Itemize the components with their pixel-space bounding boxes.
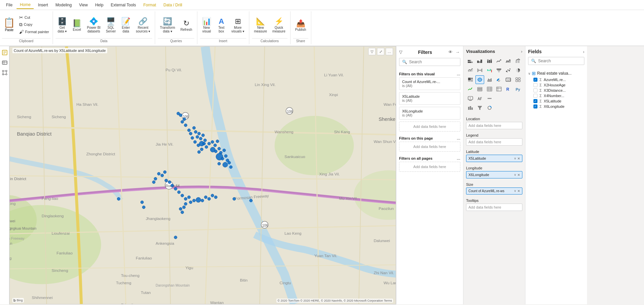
menu-home[interactable]: Home <box>16 1 34 9</box>
menu-format[interactable]: Format <box>140 1 159 9</box>
filters-on-page-dots[interactable]: … <box>457 136 460 140</box>
viz-gauge-icon[interactable] <box>495 75 503 84</box>
transform-data-button[interactable]: 🔄 Transformdata ▾ <box>158 17 177 34</box>
field-item-x3distance[interactable]: Σ X3Distance... <box>528 88 584 93</box>
get-data-button[interactable]: 🗄️ Getdata ▾ <box>56 17 69 34</box>
enter-data-button[interactable]: 📝 Enterdata <box>119 17 133 34</box>
viz-size-chevron[interactable]: ∨ <box>514 189 516 193</box>
field-item-x4number[interactable]: Σ X4Number... <box>528 93 584 98</box>
viz-ribbon-chart-icon[interactable] <box>475 66 484 75</box>
viz-matrix-icon[interactable] <box>495 85 503 93</box>
viz-qna-icon[interactable]: ? <box>466 94 475 103</box>
viz-kpi-icon[interactable] <box>466 85 475 93</box>
format-painter-button[interactable]: 🖌 Format painter <box>18 28 51 35</box>
filters-on-all-pages-dots[interactable]: … <box>457 156 460 160</box>
azureml-checkbox[interactable]: ✓ <box>533 78 537 82</box>
field-item-azureml[interactable]: ✓ Σ AzureML.re... <box>528 77 584 82</box>
field-group-header[interactable]: ∨ ⊞ Real estate valua... <box>528 70 584 77</box>
viz-filled-map-icon[interactable] <box>485 75 494 84</box>
recent-sources-button[interactable]: 🔗 Recentsources ▾ <box>134 17 152 34</box>
x2housage-checkbox[interactable] <box>533 83 537 87</box>
menu-help[interactable]: Help <box>92 1 107 9</box>
menu-external-tools[interactable]: External Tools <box>108 1 139 9</box>
field-item-x6longitude[interactable]: ✓ Σ X6Longitude <box>528 104 584 109</box>
filters-all-pages-add-fields[interactable]: Add data fields here <box>399 162 460 172</box>
cut-button[interactable]: ✂ Cut <box>18 14 51 21</box>
viz-stacked-column-icon[interactable] <box>485 57 494 65</box>
viz-clustered-bar-icon[interactable] <box>475 57 484 65</box>
viz-scatter-icon[interactable] <box>504 66 513 75</box>
filters-eye-icon[interactable]: 👁 <box>448 49 453 55</box>
viz-tooltips-field[interactable]: Add data fields here <box>466 204 522 211</box>
viz-filter-pane-icon[interactable] <box>475 103 484 112</box>
new-measure-button[interactable]: 📐 Newmeasure <box>252 17 269 34</box>
x6longitude-checkbox[interactable]: ✓ <box>533 104 537 108</box>
viz-map-icon[interactable] <box>475 75 484 84</box>
quick-measure-button[interactable]: ⚡ Quickmeasure <box>270 17 287 34</box>
menu-modeling[interactable]: Modeling <box>52 1 75 9</box>
map-focus-button[interactable]: ⤢ <box>377 48 384 55</box>
filters-visual-add-fields[interactable]: Add data fields here <box>399 122 460 132</box>
text-box-button[interactable]: A Textbox <box>215 17 228 34</box>
sidebar-report-icon[interactable] <box>1 49 8 56</box>
viz-pie-icon[interactable] <box>514 66 522 75</box>
viz-latitude-remove[interactable]: ✕ <box>517 157 520 160</box>
x4number-checkbox[interactable] <box>533 94 537 98</box>
viz-legend-field[interactable]: Add data fields here <box>466 138 522 146</box>
viz-multi-card-icon[interactable] <box>514 75 522 84</box>
viz-line-area-icon[interactable] <box>466 66 475 75</box>
refresh-button[interactable]: ↻ Refresh <box>179 19 194 32</box>
filters-on-visual-dots[interactable]: … <box>457 72 460 76</box>
menu-file[interactable]: File <box>3 1 16 9</box>
paste-button[interactable]: 📋 Paste <box>2 16 16 33</box>
fields-search-box[interactable]: 🔍 <box>528 57 584 65</box>
x5latitude-checkbox[interactable]: ✓ <box>533 99 537 103</box>
map-filter-button[interactable]: ▽ <box>368 48 376 55</box>
viz-latitude-chevron[interactable]: ∨ <box>514 157 516 160</box>
x3distance-checkbox[interactable] <box>533 88 537 92</box>
viz-longitude-chevron[interactable]: ∨ <box>514 173 516 177</box>
fields-search-input[interactable] <box>538 59 581 63</box>
viz-card-icon[interactable]: 123 <box>504 75 513 84</box>
menu-insert[interactable]: Insert <box>35 1 51 9</box>
viz-stacked-bar-icon[interactable] <box>466 57 475 65</box>
viz-more-icon[interactable] <box>485 94 494 103</box>
filters-page-add-fields[interactable]: Add data fields here <box>399 142 460 152</box>
viz-analytics-icon[interactable] <box>485 103 494 112</box>
field-item-x2housage[interactable]: Σ X2HouseAge <box>528 82 584 88</box>
excel-button[interactable]: 📗 Excel <box>70 19 84 32</box>
sql-server-button[interactable]: 🖥️ SQLServer <box>104 17 118 34</box>
viz-build-icon[interactable] <box>466 103 475 112</box>
viz-longitude-remove[interactable]: ✕ <box>517 173 520 177</box>
copy-button[interactable]: ⧉ Copy <box>18 21 51 28</box>
filters-arrow-icon[interactable]: → <box>455 49 460 55</box>
viz-latitude-field[interactable]: X5Latitude ∨ ✕ <box>466 155 522 162</box>
viz-longitude-field[interactable]: X6Longitude ∨ ✕ <box>466 171 522 178</box>
sidebar-model-icon[interactable] <box>1 69 8 76</box>
menu-view[interactable]: View <box>76 1 91 9</box>
new-visual-button[interactable]: 📊 Newvisual <box>200 17 213 34</box>
filters-search-input[interactable] <box>409 60 457 64</box>
viz-python-icon[interactable]: Py <box>514 85 522 93</box>
fields-expand-icon[interactable]: › <box>583 49 584 54</box>
viz-arrow-icon[interactable]: › <box>521 49 522 54</box>
map-more-button[interactable]: … <box>386 48 393 55</box>
more-visuals-button[interactable]: ⊞ Morevisuals ▾ <box>230 17 246 34</box>
viz-r-visual-icon[interactable]: R <box>504 85 513 93</box>
map-container[interactable]: Count of AzureML.re-ws by X5Latitude and… <box>9 46 396 304</box>
viz-size-field[interactable]: Count of AzureML.re-ws ∨ ✕ <box>466 187 522 195</box>
viz-line-cluster-icon[interactable] <box>514 57 522 65</box>
publish-button[interactable]: 📤 Publish <box>293 19 308 32</box>
viz-size-remove[interactable]: ✕ <box>517 189 520 193</box>
filters-search-box[interactable]: 🔍 <box>399 58 460 66</box>
field-item-x5latitude[interactable]: ✓ Σ X5Latitude <box>528 98 584 104</box>
viz-format-icon[interactable] <box>475 94 484 103</box>
sidebar-data-icon[interactable] <box>1 59 8 66</box>
viz-area-chart-icon[interactable] <box>504 57 513 65</box>
viz-location-field[interactable]: Add data fields here <box>466 122 522 129</box>
viz-line-chart-icon[interactable] <box>495 57 503 65</box>
viz-treemap-icon[interactable] <box>466 75 475 84</box>
viz-table-icon[interactable] <box>485 85 494 93</box>
menu-data-drill[interactable]: Data / Drill <box>160 1 186 9</box>
power-bi-datasets-button[interactable]: 💠 Power BIdatasets <box>85 17 103 34</box>
